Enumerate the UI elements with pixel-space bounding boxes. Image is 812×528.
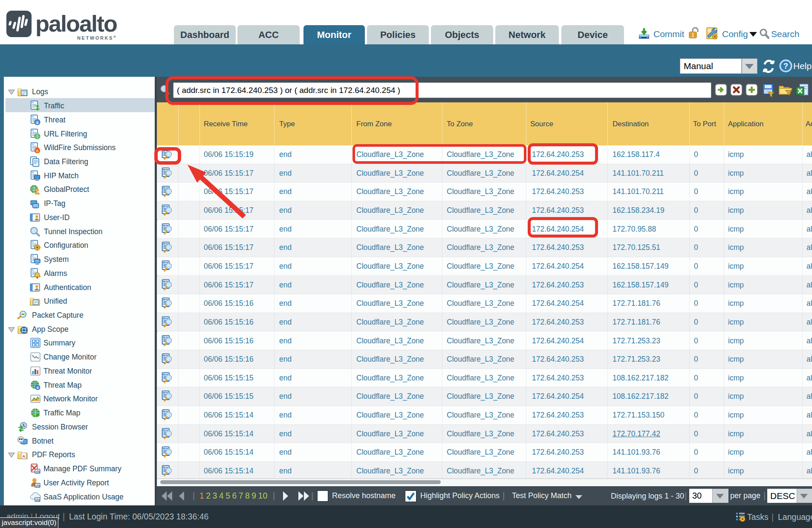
svg-text:x: x	[37, 385, 39, 390]
svg-text:A: A	[22, 454, 25, 458]
svg-text:?: ?	[783, 62, 788, 70]
svg-text:x: x	[36, 120, 38, 125]
